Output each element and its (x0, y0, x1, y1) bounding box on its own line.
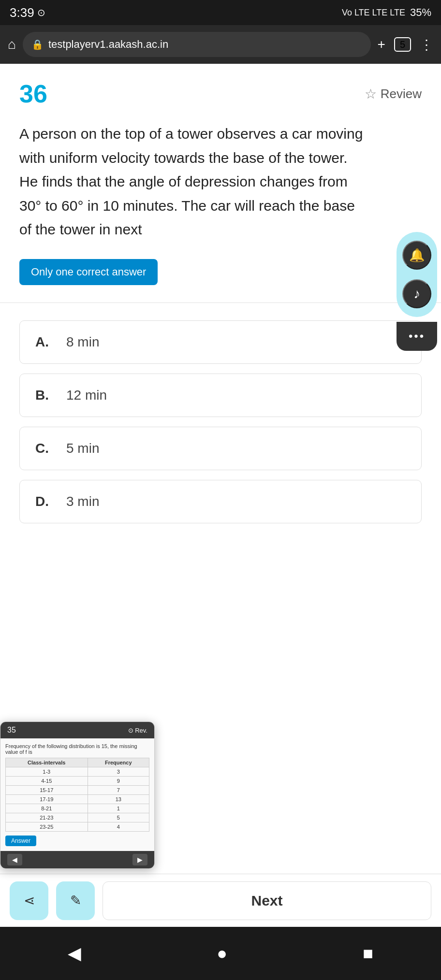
back-icon: ◀ (68, 943, 81, 963)
star-icon: ☆ (365, 86, 377, 102)
option-a[interactable]: A. 8 min (19, 320, 422, 364)
nav-recents-button[interactable]: ■ (343, 937, 393, 970)
table-row: 17-1913 (6, 795, 149, 804)
section-divider (0, 303, 441, 303)
bottom-action-bar: ⋖ ✎ Next (0, 874, 441, 927)
popup-question-number: 35 (7, 726, 16, 735)
status-right-area: Vo LTE LTE LTE 35% (342, 6, 431, 19)
edit-icon: ✎ (70, 893, 81, 908)
option-c-text: 5 min (66, 441, 99, 456)
table-row: 21-235 (6, 813, 149, 822)
status-icon: ⊙ (37, 7, 45, 18)
popup-prev-btn[interactable]: ◀ (7, 854, 22, 865)
android-nav-bar: ◀ ● ■ (0, 927, 441, 980)
popup-answer-btn[interactable]: Answer (5, 836, 36, 846)
url-text: testplayerv1.aakash.ac.in (48, 38, 168, 51)
new-tab-button[interactable]: + (378, 37, 385, 52)
status-bar: 3:39 ⊙ Vo LTE LTE LTE 35% (0, 0, 441, 25)
table-row: 23-254 (6, 822, 149, 832)
option-d-label: D. (35, 494, 55, 509)
table-row: 1-33 (6, 767, 149, 777)
browser-actions: + 5 ⋮ (378, 37, 433, 53)
popup-content: Frequency of the following distribution … (0, 738, 154, 851)
next-button[interactable]: Next (103, 881, 431, 920)
home-button[interactable]: ⌂ (8, 37, 16, 52)
table-row: 15-177 (6, 786, 149, 795)
option-c[interactable]: C. 5 min (19, 427, 422, 470)
option-b[interactable]: B. 12 min (19, 374, 422, 417)
option-b-text: 12 min (66, 388, 107, 403)
question-text: A person on the top of a tower observes … (19, 122, 422, 242)
option-c-label: C. (35, 441, 55, 456)
popup-review-label: ⊙ Rev. (128, 727, 147, 734)
music-button[interactable]: ♪ (402, 279, 431, 308)
nav-back-button[interactable]: ◀ (48, 937, 101, 970)
review-label: Review (381, 86, 422, 101)
answer-type-badge: Only one correct answer (19, 259, 158, 285)
battery-icon: 35% (410, 6, 431, 19)
bell-button[interactable]: 🔔 (402, 241, 431, 270)
table-row: 4-159 (6, 777, 149, 786)
bottom-popup: 35 ⊙ Rev. Frequency of the following dis… (0, 721, 155, 869)
nav-home-button[interactable]: ● (197, 937, 247, 970)
widget-pill: 🔔 ♪ (397, 232, 437, 317)
popup-question-text: Frequency of the following distribution … (5, 743, 149, 755)
review-button[interactable]: ☆ Review (365, 86, 422, 102)
home-icon: ⌂ (8, 37, 16, 52)
recents-icon: ■ (363, 943, 373, 963)
table-header-class: Class-intervals (6, 758, 88, 767)
table-header-freq: Frequency (88, 758, 149, 767)
tab-count-button[interactable]: 5 (394, 39, 411, 50)
bell-icon: 🔔 (409, 248, 425, 263)
share-icon: ⋖ (24, 893, 35, 908)
tab-count: 5 (394, 37, 411, 52)
option-d[interactable]: D. 3 min (19, 480, 422, 523)
lock-icon: 🔒 (31, 39, 44, 50)
table-row: 8-211 (6, 804, 149, 813)
menu-button[interactable]: ⋮ (420, 37, 433, 53)
widget-more-button[interactable]: ••• (397, 322, 437, 351)
popup-header: 35 ⊙ Rev. (0, 722, 154, 738)
question-number: 36 (19, 79, 47, 108)
option-a-label: A. (35, 334, 55, 350)
popup-bottom: ◀ ▶ (0, 851, 154, 868)
option-d-text: 3 min (66, 494, 99, 509)
option-a-text: 8 min (66, 334, 99, 350)
browser-bar: ⌂ 🔒 testplayerv1.aakash.ac.in + 5 ⋮ (0, 25, 441, 64)
status-time: 3:39 (10, 5, 34, 20)
floating-widget: 🔔 ♪ ••• (393, 232, 441, 351)
share-button[interactable]: ⋖ (10, 881, 48, 920)
popup-table: Class-intervals Frequency 1-33 4-159 15-… (5, 758, 149, 832)
edit-button[interactable]: ✎ (56, 881, 95, 920)
music-icon: ♪ (413, 286, 420, 302)
home-circle-icon: ● (217, 943, 227, 963)
option-b-label: B. (35, 388, 55, 403)
popup-next-btn[interactable]: ▶ (132, 854, 147, 865)
network-status: Vo LTE LTE LTE (342, 8, 405, 18)
url-bar[interactable]: 🔒 testplayerv1.aakash.ac.in (23, 32, 371, 57)
status-time-area: 3:39 ⊙ (10, 5, 45, 20)
dots-icon: ••• (409, 330, 425, 343)
question-header: 36 ☆ Review (19, 79, 422, 108)
options-list: A. 8 min B. 12 min C. 5 min D. 3 min (19, 320, 422, 620)
